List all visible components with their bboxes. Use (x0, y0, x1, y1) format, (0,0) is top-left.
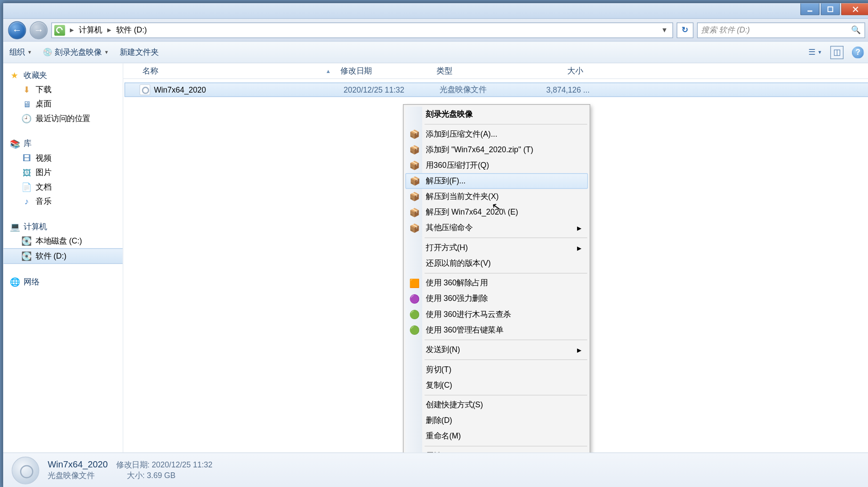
context-menu-item[interactable]: 📦解压到(F)... (405, 173, 588, 189)
organize-button[interactable]: 组织▼ (9, 47, 32, 57)
details-pane: Win7x64_2020 修改日期: 2020/12/25 11:32 光盘映像… (3, 452, 868, 487)
sidebar-libraries[interactable]: 📚库 (3, 137, 122, 151)
context-menu-separator (424, 359, 587, 360)
sidebar-recent[interactable]: 🕘最近访问的位置 (3, 111, 122, 126)
menu-item-label: 打开方式(H) (426, 242, 468, 253)
menu-item-label: 使用 360进行木马云查杀 (426, 309, 511, 320)
sidebar-favorites[interactable]: ★收藏夹 (3, 68, 122, 82)
context-menu-item[interactable]: 剪切(T) (405, 362, 588, 377)
breadcrumb-drive[interactable]: 软件 (D:) (114, 24, 149, 35)
sidebar-computer[interactable]: 💻计算机 (3, 219, 122, 234)
context-menu-separator (424, 273, 587, 273)
context-menu-item[interactable]: 发送到(N)▶ (405, 342, 588, 357)
file-thumbnail (12, 456, 39, 484)
chevron-right-icon: ▶ (577, 346, 582, 353)
chevron-right-icon: ▸ (105, 25, 113, 34)
star-icon: ★ (9, 70, 20, 81)
column-headers: 名称▲ 修改日期 类型 大小 (123, 63, 868, 79)
menu-item-icon: 📦 (409, 223, 420, 233)
menu-item-label: 解压到当前文件夹(X) (426, 191, 499, 202)
chevron-right-icon: ▶ (577, 224, 582, 231)
sidebar-videos[interactable]: 🎞视频 (3, 151, 122, 165)
sidebar-downloads[interactable]: ⬇下载 (3, 82, 122, 97)
context-menu-item[interactable]: 🟧使用 360解除占用 (405, 275, 588, 291)
context-menu-item[interactable]: 刻录光盘映像 (405, 106, 588, 122)
drive-icon: 💽 (21, 235, 32, 246)
sidebar-music[interactable]: ♪音乐 (3, 194, 122, 208)
burn-image-button[interactable]: 💿 刻录光盘映像▼ (43, 47, 109, 57)
column-type[interactable]: 类型 (432, 65, 522, 76)
column-size[interactable]: 大小 (522, 65, 588, 76)
context-menu-item[interactable]: 🟣使用 360强力删除 (405, 291, 588, 307)
column-name[interactable]: 名称▲ (138, 65, 336, 76)
help-button[interactable]: ? (852, 46, 864, 58)
context-menu: 刻录光盘映像📦添加到压缩文件(A)...📦添加到 "Win7x64_2020.z… (403, 104, 590, 452)
context-menu-item[interactable]: 复制(C) (405, 377, 588, 393)
menu-item-label: 添加到压缩文件(A)... (426, 129, 497, 139)
context-menu-item[interactable]: 📦添加到压缩文件(A)... (405, 126, 588, 142)
downloads-icon: ⬇ (21, 84, 32, 95)
view-options-button[interactable]: ☰▼ (809, 45, 822, 59)
preview-pane-button[interactable]: ◫ (830, 45, 844, 59)
recent-icon: 🕘 (21, 113, 32, 124)
context-menu-item[interactable]: 📦解压到当前文件夹(X) (405, 189, 588, 204)
context-menu-item[interactable]: 删除(D) (405, 413, 588, 428)
libraries-icon: 📚 (9, 138, 20, 149)
context-menu-item[interactable]: 创建快捷方式(S) (405, 397, 588, 413)
menu-item-label: 剪切(T) (426, 364, 451, 375)
iso-file-icon (140, 84, 150, 95)
refresh-button[interactable]: ↻ (677, 22, 694, 38)
menu-item-label: 用360压缩打开(Q) (426, 160, 489, 170)
context-menu-item[interactable]: 📦用360压缩打开(Q) (405, 158, 588, 173)
back-button[interactable]: ← (8, 21, 26, 39)
menu-item-label: 属性(R) (426, 450, 452, 452)
sidebar-drive-d[interactable]: 💽软件 (D:) (3, 248, 122, 264)
minimize-button[interactable] (800, 3, 820, 15)
svg-rect-1 (828, 7, 833, 12)
context-menu-item[interactable]: 📦其他压缩命令▶ (405, 220, 588, 235)
context-menu-item[interactable]: 还原以前的版本(V) (405, 256, 588, 271)
search-input[interactable]: 搜索 软件 (D:) 🔍 (697, 22, 865, 38)
context-menu-item[interactable]: 🟢使用 360管理右键菜单 (405, 322, 588, 338)
file-row[interactable]: Win7x64_2020 2020/12/25 11:32 光盘映像文件 3,8… (125, 82, 868, 97)
close-button[interactable] (841, 3, 868, 15)
sidebar-desktop[interactable]: 🖥桌面 (3, 97, 122, 111)
context-menu-item[interactable]: 属性(R) (405, 448, 588, 452)
file-name: Win7x64_2020 (154, 85, 343, 94)
music-icon: ♪ (21, 196, 32, 207)
context-menu-item[interactable]: 📦添加到 "Win7x64_2020.zip" (T) (405, 142, 588, 158)
address-bar[interactable]: ▸ 计算机 ▸ 软件 (D:) ▾ (51, 22, 673, 38)
context-menu-separator (424, 237, 587, 238)
sidebar-pictures[interactable]: 🖼图片 (3, 166, 122, 180)
sidebar-drive-c[interactable]: 💽本地磁盘 (C:) (3, 234, 122, 248)
context-menu-item[interactable]: 🟢使用 360进行木马云查杀 (405, 307, 588, 322)
menu-item-icon: 🟣 (409, 293, 420, 304)
maximize-button[interactable] (821, 3, 840, 15)
column-date[interactable]: 修改日期 (336, 65, 432, 76)
details-size: 3.69 GB (147, 471, 175, 480)
sort-asc-icon: ▲ (326, 68, 331, 73)
pictures-icon: 🖼 (21, 167, 32, 178)
menu-item-label: 其他压缩命令 (426, 223, 472, 233)
menu-item-label: 添加到 "Win7x64_2020.zip" (T) (426, 144, 533, 155)
sidebar-network[interactable]: 🌐网络 (3, 275, 122, 289)
context-menu-item[interactable]: 📦解压到 Win7x64_2020\ (E) (405, 204, 588, 220)
menu-item-icon: 📦 (410, 176, 420, 187)
context-menu-item[interactable]: 重命名(M) (405, 428, 588, 444)
menu-item-icon: 📦 (409, 144, 420, 155)
chevron-right-icon: ▶ (577, 244, 582, 251)
menu-item-label: 还原以前的版本(V) (426, 258, 491, 268)
details-date: 2020/12/25 11:32 (152, 460, 213, 469)
svg-rect-0 (807, 10, 812, 12)
address-dropdown-icon[interactable]: ▾ (658, 25, 670, 34)
menu-item-label: 发送到(N) (426, 345, 460, 355)
sidebar-documents[interactable]: 📄文档 (3, 180, 122, 194)
menu-item-label: 删除(D) (426, 415, 452, 426)
context-menu-item[interactable]: 打开方式(H)▶ (405, 240, 588, 256)
content-area: 名称▲ 修改日期 类型 大小 Win7x64_2020 2020/12/25 1… (123, 63, 868, 452)
new-folder-button[interactable]: 新建文件夹 (120, 47, 159, 57)
breadcrumb-computer[interactable]: 计算机 (77, 24, 105, 35)
menu-item-icon: 🟢 (409, 325, 420, 335)
menu-item-label: 复制(C) (426, 380, 452, 390)
forward-button[interactable]: → (30, 21, 48, 39)
